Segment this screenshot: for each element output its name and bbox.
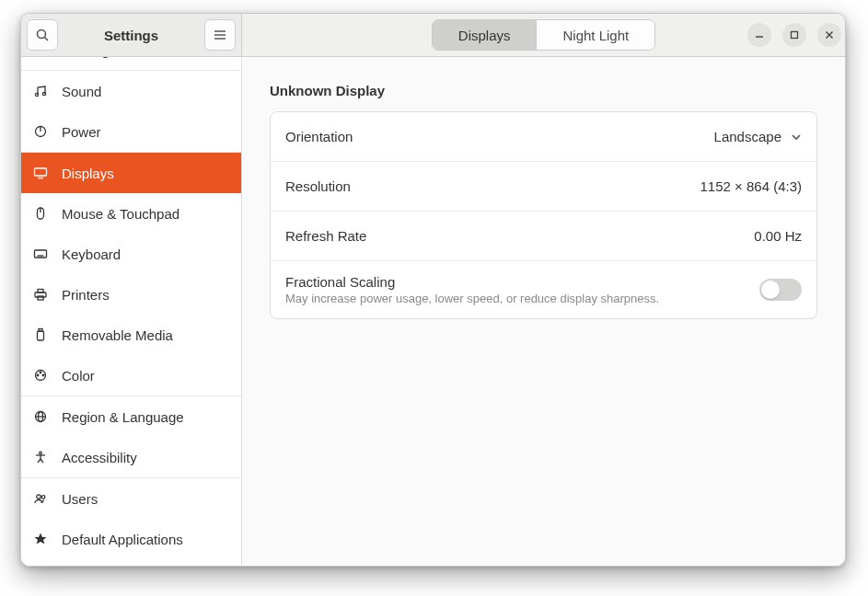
sidebar-item-label: Region & Language xyxy=(62,409,184,425)
sidebar-item-label: Users xyxy=(62,491,98,507)
minimize-icon xyxy=(754,29,765,40)
row-label: Orientation xyxy=(285,129,714,144)
maximize-icon xyxy=(789,29,800,40)
window-controls xyxy=(747,23,841,47)
sidebar-item-label: Power xyxy=(62,124,101,140)
search-icon xyxy=(35,28,50,42)
svg-point-34 xyxy=(40,452,42,454)
svg-point-39 xyxy=(37,495,41,499)
settings-window: Settings Displays Night Light xyxy=(20,13,846,567)
accessibility-icon xyxy=(32,449,49,465)
row-label: Refresh Rate xyxy=(285,228,754,244)
sidebar-item-label: Keyboard xyxy=(62,246,121,262)
orientation-value: Landscape xyxy=(714,129,781,144)
svg-point-0 xyxy=(38,30,46,39)
fractional-scaling-row[interactable]: Fractional Scaling May increase power us… xyxy=(271,261,816,318)
sidebar-item-label: Removable Media xyxy=(62,327,173,343)
svg-marker-41 xyxy=(35,533,47,544)
users-icon xyxy=(32,490,49,507)
svg-point-29 xyxy=(42,374,44,376)
keyboard-icon xyxy=(32,246,49,262)
sidebar-item-label: Accessibility xyxy=(62,450,137,465)
sidebar-item-label: Sound xyxy=(62,84,101,99)
row-label: Fractional Scaling xyxy=(285,274,759,290)
refresh-rate-row[interactable]: Refresh Rate 0.00 Hz xyxy=(271,212,816,261)
svg-rect-26 xyxy=(39,329,42,332)
power-icon xyxy=(32,123,49,140)
headerbar-right: Displays Night Light xyxy=(242,14,845,56)
sidebar-item-displays[interactable]: Displays xyxy=(21,153,241,193)
sidebar[interactable]: SharingSoundPowerDisplaysMouse & Touchpa… xyxy=(21,57,242,566)
sidebar-item-label: Printers xyxy=(62,287,110,303)
svg-point-28 xyxy=(40,372,41,373)
svg-rect-17 xyxy=(35,250,47,258)
svg-point-9 xyxy=(35,93,38,96)
sidebar-item-keyboard[interactable]: Keyboard xyxy=(21,234,241,274)
sidebar-item-printers[interactable]: Printers xyxy=(21,274,241,315)
printer-icon xyxy=(32,286,49,303)
svg-rect-13 xyxy=(35,168,47,176)
row-value: Landscape xyxy=(714,129,802,144)
svg-rect-6 xyxy=(792,32,798,39)
row-sublabel: May increase power usage, lower speed, o… xyxy=(285,292,759,305)
sidebar-item-sound[interactable]: Sound xyxy=(21,71,241,111)
maximize-button[interactable] xyxy=(782,23,806,47)
minimize-button[interactable] xyxy=(747,23,771,47)
color-icon xyxy=(32,367,49,384)
sidebar-item-color[interactable]: Color xyxy=(21,355,241,395)
view-switcher: Displays Night Light xyxy=(432,19,655,51)
sidebar-item-label: Color xyxy=(62,368,95,384)
sidebar-item-accessibility[interactable]: Accessibility xyxy=(21,437,241,477)
headerbar-left: Settings xyxy=(21,14,242,56)
close-button[interactable] xyxy=(817,23,841,47)
tab-night-light[interactable]: Night Light xyxy=(536,20,654,50)
resolution-row[interactable]: Resolution 1152 × 864 (4:3) xyxy=(271,162,816,212)
search-button[interactable] xyxy=(27,19,58,51)
menu-button[interactable] xyxy=(204,19,236,51)
svg-point-10 xyxy=(42,92,45,95)
tab-displays[interactable]: Displays xyxy=(433,20,537,50)
headerbar: Settings Displays Night Light xyxy=(21,14,845,57)
mouse-icon xyxy=(32,205,49,222)
sidebar-item-removable[interactable]: Removable Media xyxy=(21,315,241,355)
sidebar-item-default-apps[interactable]: Default Applications xyxy=(21,519,241,559)
star-icon xyxy=(32,531,49,547)
sidebar-item-users[interactable]: Users xyxy=(21,478,241,519)
svg-rect-24 xyxy=(38,296,43,300)
fractional-scaling-switch[interactable] xyxy=(759,279,802,301)
sidebar-item-label: Sharing xyxy=(62,57,110,58)
chevron-down-icon xyxy=(791,132,802,143)
sidebar-item-mouse[interactable]: Mouse & Touchpad xyxy=(21,193,241,234)
refresh-value: 0.00 Hz xyxy=(754,228,802,244)
close-icon xyxy=(824,29,835,40)
main-panel: Unknown Display Orientation Landscape Re… xyxy=(242,57,845,566)
resolution-value: 1152 × 864 (4:3) xyxy=(700,178,802,194)
music-icon xyxy=(32,83,49,99)
switch-knob xyxy=(761,281,780,299)
sidebar-item-sharing[interactable]: Sharing xyxy=(21,57,241,70)
sidebar-item-label: Default Applications xyxy=(62,532,183,547)
orientation-row[interactable]: Orientation Landscape xyxy=(271,112,816,162)
window-body: SharingSoundPowerDisplaysMouse & Touchpa… xyxy=(21,57,845,566)
svg-point-30 xyxy=(37,374,39,376)
svg-point-40 xyxy=(41,496,45,499)
display-icon xyxy=(32,165,49,181)
row-label: Resolution xyxy=(285,178,700,194)
usb-icon xyxy=(32,327,49,343)
app-title: Settings xyxy=(58,28,204,43)
section-title: Unknown Display xyxy=(270,83,817,98)
svg-rect-23 xyxy=(38,290,43,293)
svg-line-38 xyxy=(41,459,43,463)
svg-rect-25 xyxy=(38,331,44,340)
display-settings-list: Orientation Landscape Resolution 1152 × … xyxy=(270,111,817,319)
share-icon xyxy=(32,57,49,58)
globe-icon xyxy=(32,408,49,425)
svg-line-37 xyxy=(38,459,41,463)
sidebar-item-power[interactable]: Power xyxy=(21,111,241,152)
hamburger-icon xyxy=(213,28,227,42)
sidebar-item-region[interactable]: Region & Language xyxy=(21,396,241,437)
sidebar-item-label: Mouse & Touchpad xyxy=(62,206,179,222)
sidebar-item-label: Displays xyxy=(62,166,114,181)
svg-line-1 xyxy=(45,38,49,41)
